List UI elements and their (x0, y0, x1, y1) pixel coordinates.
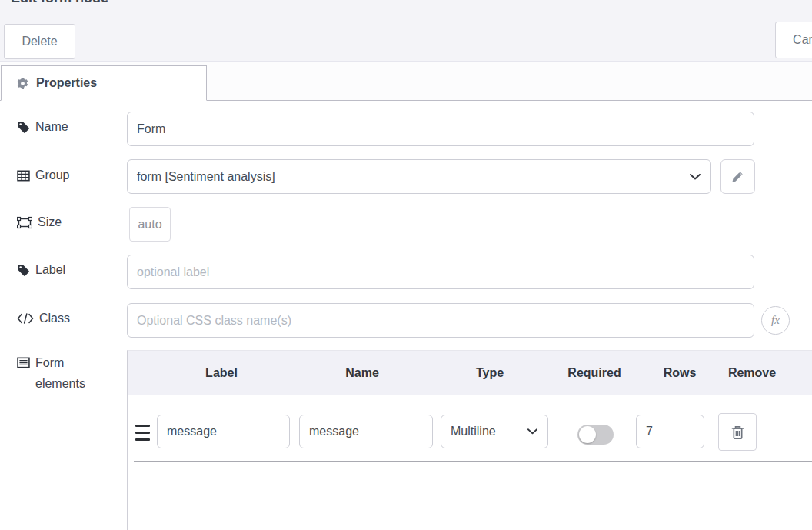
class-field-label: Class (17, 312, 70, 325)
tag-icon (17, 264, 30, 277)
label-input[interactable] (127, 255, 754, 289)
class-field-label-text: Class (39, 312, 70, 325)
gear-icon (16, 77, 29, 90)
tag-icon (17, 121, 30, 134)
column-header-remove: Remove (728, 366, 776, 380)
group-select[interactable]: form [Sentiment analysis] (127, 159, 711, 194)
drag-handle[interactable] (135, 425, 150, 441)
column-header-required: Required (567, 366, 621, 380)
element-label-input[interactable] (157, 415, 290, 448)
remove-element-button[interactable] (718, 413, 757, 451)
chevron-down-icon (690, 174, 701, 180)
cancel-button[interactable]: Cancel (775, 22, 812, 58)
chevron-down-icon (527, 428, 537, 435)
tab-bar: Properties (0, 62, 812, 101)
element-name-input[interactable] (299, 415, 433, 448)
element-rows-input[interactable] (636, 415, 704, 448)
element-type-value: Multiline (451, 425, 496, 438)
size-field-label: Size (17, 215, 62, 229)
name-field-label: Name (17, 120, 68, 134)
label-field-label-text: Label (35, 263, 65, 277)
label-field-label: Label (17, 263, 65, 277)
resize-handles-icon (17, 216, 32, 229)
group-select-value: form [Sentiment analysis] (137, 170, 275, 184)
edit-group-button[interactable] (720, 159, 755, 194)
required-toggle[interactable] (577, 425, 614, 445)
form-elements-field-label: Form elements (17, 352, 108, 394)
row-separator (134, 461, 812, 462)
form-elements-field-label-text: Form elements (35, 352, 108, 394)
table-grid-icon (17, 169, 30, 182)
column-header-name: Name (345, 366, 379, 380)
group-field-label-text: Group (35, 168, 69, 182)
column-header-type: Type (476, 366, 504, 380)
column-header-label: Label (205, 366, 238, 380)
column-header-rows: Rows (664, 366, 697, 380)
code-icon (17, 313, 34, 324)
element-type-select[interactable]: Multiline (441, 415, 548, 448)
name-input[interactable] (127, 112, 754, 146)
name-field-label-text: Name (35, 120, 68, 134)
pencil-icon (731, 170, 744, 183)
form-elements-table-header: Label Name Type Required Rows Remove (128, 351, 812, 395)
delete-button[interactable]: Delete (4, 24, 75, 59)
expression-fx-button[interactable]: fx (761, 306, 790, 335)
toggle-knob (579, 426, 596, 443)
tab-properties-label: Properties (36, 76, 97, 90)
trash-icon (730, 425, 745, 440)
size-auto-button[interactable]: auto (129, 207, 171, 242)
size-field-label-text: Size (38, 215, 62, 229)
form-elements-table: Label Name Type Required Rows Remove Mul… (127, 350, 812, 530)
dialog-title-strip: Edit form node (0, 0, 812, 8)
group-field-label: Group (17, 168, 69, 182)
list-box-icon (17, 356, 30, 369)
dialog-toolbar: Delete Cancel (0, 8, 812, 62)
dialog-title: Edit form node (11, 0, 108, 6)
tab-properties[interactable]: Properties (1, 65, 207, 101)
edit-form-node-dialog: Edit form node Delete Cancel Properties … (0, 0, 812, 530)
class-input[interactable] (127, 303, 754, 338)
